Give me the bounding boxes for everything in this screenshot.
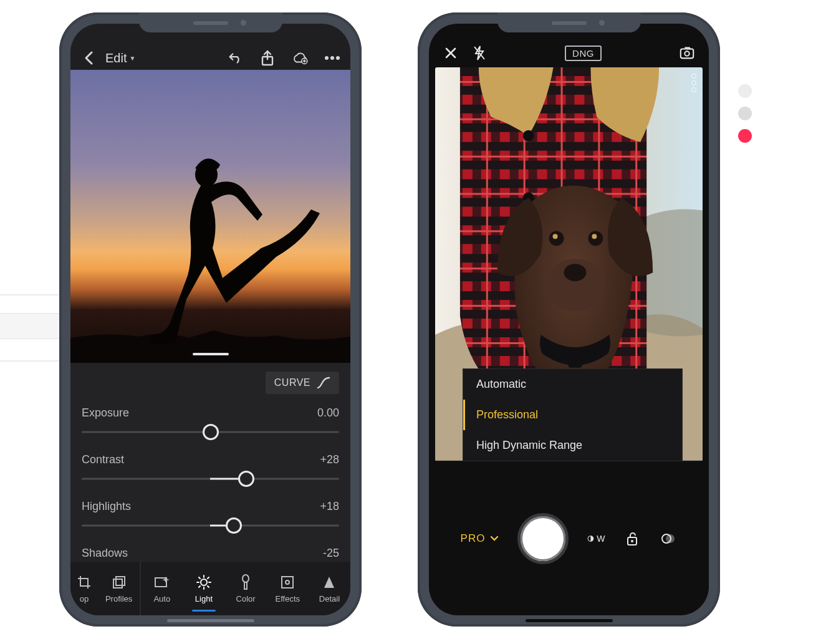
carousel-dots (738, 84, 752, 143)
tool-label: Auto (153, 594, 170, 603)
tool-label: Effects (276, 594, 300, 603)
svg-point-3 (330, 56, 334, 60)
back-icon[interactable] (80, 50, 97, 66)
title-dropdown[interactable]: Edit ▼ (105, 51, 135, 65)
mode-label: PRO (461, 532, 486, 545)
title-text: Edit (105, 51, 127, 65)
tool-label: op (80, 594, 89, 603)
svg-rect-11 (244, 582, 247, 589)
svg-point-4 (336, 56, 340, 60)
svg-rect-12 (282, 577, 293, 588)
tool-auto[interactable]: Auto (141, 562, 183, 615)
tool-light[interactable]: Light (183, 562, 224, 615)
more-icon[interactable] (324, 50, 340, 66)
light-panel: CURVE Exposure0.00 Contrast+28 (70, 363, 350, 562)
slider-value: +28 (320, 453, 339, 466)
shutter-button[interactable] (517, 513, 569, 564)
dot[interactable] (738, 84, 752, 98)
svg-rect-32 (568, 350, 582, 368)
screen-camera: DNG (429, 24, 709, 615)
mode-menu: Automatic Professional High Dynamic Rang… (463, 368, 683, 461)
home-indicator (167, 619, 254, 622)
light-icon (196, 574, 212, 590)
svg-rect-14 (681, 49, 693, 59)
profiles-icon (111, 574, 127, 590)
color-icon (238, 574, 254, 590)
detail-icon (321, 574, 337, 590)
tool-label: Profiles (105, 594, 132, 603)
auto-icon (154, 574, 170, 590)
svg-point-35 (631, 540, 633, 542)
viewfinder[interactable]: Automatic Professional High Dynamic Rang… (435, 67, 703, 461)
slider-value: 0.00 (317, 406, 339, 420)
home-indicator (526, 619, 613, 622)
photo-preview[interactable] (70, 70, 350, 363)
screen-edit: Edit ▼ (70, 24, 350, 615)
slider-value: +18 (320, 500, 339, 513)
curve-label: CURVE (274, 377, 310, 388)
slider-contrast: Contrast+28 (82, 445, 339, 488)
dot-active[interactable] (738, 129, 752, 143)
filter-icon[interactable] (660, 530, 677, 547)
slider-highlights: Highlights+18 (82, 491, 339, 534)
tool-effects[interactable]: Effects (267, 562, 309, 615)
crop-icon (76, 574, 92, 590)
lock-open-icon[interactable] (623, 530, 641, 547)
curve-icon (317, 377, 330, 389)
svg-point-9 (201, 579, 207, 585)
tool-crop[interactable]: op (70, 562, 98, 615)
svg-rect-6 (113, 579, 122, 588)
slider-label: Highlights (82, 500, 131, 513)
format-button[interactable]: DNG (565, 46, 602, 61)
slider-value: -25 (323, 547, 339, 560)
edit-toolbar: op Profiles Auto Light Color (70, 562, 350, 615)
tool-detail[interactable]: Detail (309, 562, 350, 615)
undo-icon[interactable] (227, 50, 243, 66)
effects-icon (279, 574, 295, 590)
slider-track[interactable] (82, 470, 339, 488)
switch-camera-icon[interactable] (679, 45, 695, 61)
tool-label: Detail (319, 594, 340, 603)
slider-exposure: Exposure0.00 (82, 398, 339, 441)
caret-down-icon: ▼ (129, 55, 135, 62)
svg-point-2 (325, 56, 329, 60)
menu-item-hdr[interactable]: High Dynamic Range (463, 430, 682, 461)
svg-point-10 (243, 575, 249, 582)
tool-label: Light (195, 594, 213, 603)
wb-label: W (597, 534, 605, 544)
svg-point-23 (523, 130, 534, 142)
notch (139, 12, 282, 32)
close-icon[interactable] (443, 45, 459, 61)
slider-shadows: Shadows-25 (82, 538, 339, 560)
flash-off-icon[interactable] (471, 45, 488, 61)
menu-item-automatic[interactable]: Automatic (463, 369, 682, 400)
phone-camera: DNG (418, 12, 720, 627)
chevron-down-icon (490, 536, 499, 542)
phone-edit: Edit ▼ (59, 12, 362, 627)
photo-silhouette (70, 70, 350, 363)
white-balance-button[interactable]: W (587, 530, 605, 547)
dot[interactable] (738, 107, 752, 120)
stage: Edit ▼ (0, 0, 836, 644)
tool-label: Color (236, 594, 256, 603)
slider-track[interactable] (82, 517, 339, 534)
share-icon[interactable] (259, 50, 276, 66)
tool-color[interactable]: Color (225, 562, 267, 615)
cloud-add-icon[interactable] (292, 50, 308, 66)
svg-point-29 (553, 234, 558, 239)
curve-button[interactable]: CURVE (266, 372, 339, 394)
mode-selector[interactable]: PRO (461, 532, 499, 545)
slider-track[interactable] (82, 423, 339, 441)
svg-point-27 (564, 264, 587, 281)
slider-label: Shadows (82, 547, 128, 560)
svg-point-37 (666, 534, 675, 543)
camera-bar: PRO W (429, 461, 709, 615)
tool-profiles[interactable]: Profiles (98, 562, 140, 615)
notch (497, 12, 641, 32)
options-icon[interactable] (691, 74, 696, 92)
panel-grabber[interactable] (193, 353, 229, 355)
format-label: DNG (572, 48, 594, 59)
menu-label: Professional (476, 408, 538, 421)
menu-label: High Dynamic Range (476, 439, 582, 451)
menu-item-professional[interactable]: Professional (463, 400, 682, 430)
